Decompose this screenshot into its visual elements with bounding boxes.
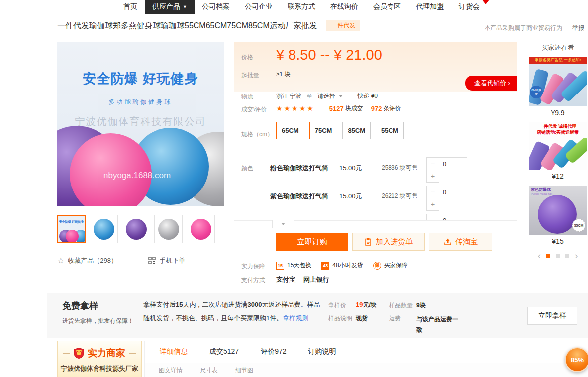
view-agent-price-button[interactable]: 查看代销价 › xyxy=(465,76,517,91)
sku-row-partial: − xyxy=(234,211,517,221)
deal-label: 成交\评价 xyxy=(241,105,267,114)
nav-item-member[interactable]: 会员专区 xyxy=(366,0,408,14)
nav-item-contact[interactable]: 联系方式 xyxy=(280,0,323,14)
ball-image xyxy=(191,219,211,240)
dropship-badge: 一件代发 xyxy=(326,20,360,31)
desc-text: 元返还样品费。样品 xyxy=(262,301,320,308)
pagination-dot-2[interactable] xyxy=(556,254,560,258)
pagination-dot-1[interactable] xyxy=(546,254,550,258)
tab-order-notes[interactable]: 订购说明 xyxy=(308,347,336,356)
nav-item-products[interactable]: 供应产品 ▼ xyxy=(145,0,195,14)
nav-item-label: 供应产品 xyxy=(152,2,180,11)
deal-count[interactable]: 5127 xyxy=(329,105,344,112)
next-arrow-button[interactable]: › xyxy=(575,252,578,259)
guarantee-48-icon: 48 xyxy=(321,262,329,270)
moq-label: 起批量 xyxy=(241,71,259,80)
thumbnail-purple[interactable] xyxy=(122,215,150,243)
thumbnail-silver[interactable] xyxy=(154,215,183,243)
desc-text: 天内，二次店铺进货满 xyxy=(183,301,247,308)
guarantee-48-hours[interactable]: 48 48小时发货 xyxy=(321,261,363,270)
order-now-button[interactable]: 立即订购 xyxy=(276,233,348,251)
spec-chip-65cm[interactable]: 65CM xyxy=(276,122,304,139)
thumbnail-main[interactable]: 安全防爆 好玩健身 xyxy=(57,215,86,243)
purple-ball xyxy=(538,195,577,234)
related-product-1-price: ¥9.9 xyxy=(527,109,588,117)
send-to-taobao-label: 传淘宝 xyxy=(455,237,478,247)
subtab-graphic-detail[interactable]: 图文详情 xyxy=(159,366,183,375)
minus-button[interactable]: − xyxy=(426,214,439,221)
nav-item-company[interactable]: 公司企业 xyxy=(237,0,280,14)
caption-cn: 紫色防爆球 xyxy=(531,188,551,192)
related-product-1-image[interactable]: 承接各类广告垫 一条起印! 8MM厚度 xyxy=(529,57,587,106)
quantity-stepper: − + xyxy=(426,186,468,211)
size-badge: 55CM xyxy=(572,219,585,232)
sku-list: 颜色 粉色瑜伽球送打气筒 15.00元 25836 块可售 − + 紫色瑜伽球送… xyxy=(234,152,517,221)
seller-badge: 实力商家 xyxy=(58,347,141,360)
price-label: 价格 xyxy=(241,53,253,62)
divider xyxy=(234,118,517,118)
product-banner: 一件代发 诚招代理 店铺活动:买就送绑带 xyxy=(529,123,587,135)
tab-deals[interactable]: 成交5127 xyxy=(209,347,239,356)
mobile-order-button[interactable]: 手机下单 xyxy=(148,256,185,265)
hot-badge-icon xyxy=(482,0,489,4)
quantity-input[interactable] xyxy=(439,157,467,170)
destination-select[interactable]: 请选择 xyxy=(317,92,343,100)
thumbnail-pink[interactable] xyxy=(187,215,215,243)
pagination-dot-3[interactable] xyxy=(565,254,569,258)
rating-stars: ★★★★★ xyxy=(276,104,315,112)
nav-item-company-file[interactable]: 公司档案 xyxy=(195,0,237,14)
minus-button[interactable]: − xyxy=(426,186,439,198)
expand-chevron-icon xyxy=(281,223,285,227)
subtab-detail-photos[interactable]: 细节图 xyxy=(235,366,253,375)
progress-badge[interactable]: 85% xyxy=(565,347,588,372)
nav-item-label: 订货会 xyxy=(459,2,480,11)
seller-card[interactable]: 实力商家 宁波优伽体育科技源头厂家 xyxy=(57,341,142,377)
seller-badge-label: 实力商家 xyxy=(88,347,125,360)
minus-button[interactable]: − xyxy=(426,157,439,170)
nav-item-order-fair[interactable]: 订货会 xyxy=(451,0,487,14)
nav-item-home[interactable]: 首页 xyxy=(116,0,145,14)
sidebar-title: 买家还在看 xyxy=(527,43,588,52)
divider xyxy=(129,353,136,354)
report-link[interactable]: 举报 xyxy=(572,24,584,32)
product-banner: 承接各类广告垫 一条起印! xyxy=(529,57,587,64)
related-product-2-image[interactable]: 一件代发 诚招代理 店铺活动:买就送绑带 xyxy=(529,122,587,170)
sku-row-pink: 粉色瑜伽球送打气筒 15.00元 25836 块可售 − + xyxy=(234,154,517,183)
guarantee-text: 买家保障 xyxy=(384,261,408,270)
chevron-down-icon xyxy=(339,95,343,99)
moq-value: ≥1 块 xyxy=(276,70,291,79)
plus-button[interactable]: + xyxy=(426,170,439,183)
related-product-3-image[interactable]: 紫色防爆球 Purple yoga ball 55CM xyxy=(529,186,587,235)
guarantee-buyer-protection[interactable]: 保 买家保障 xyxy=(373,261,408,270)
image-subline: 多功能瑜伽健身球 xyxy=(57,98,224,106)
quantity-input[interactable] xyxy=(439,214,467,221)
spec-chip-55cm[interactable]: 55CM xyxy=(376,122,404,139)
related-sidebar: 买家还在看 承接各类广告垫 一条起印! 8MM厚度 ¥9.9 一件代发 诚招代理… xyxy=(527,42,588,259)
sku-price: 15.00元 xyxy=(339,164,362,173)
get-sample-button[interactable]: 立即拿样 xyxy=(527,307,577,325)
expand-skus-button[interactable] xyxy=(272,220,294,228)
plus-button[interactable]: + xyxy=(426,198,439,211)
desc-bold: 15 xyxy=(176,301,183,308)
spec-chip-85cm[interactable]: 85CM xyxy=(342,122,371,139)
add-to-purchase-list-button[interactable]: 加入进货单 xyxy=(352,233,425,251)
free-sample-section: 免费拿样 进货先拿样，批发有保障！ 拿样支付后15天内，二次店铺进货满3000元… xyxy=(47,293,588,338)
quantity-input[interactable] xyxy=(439,186,467,198)
guarantee-15-days[interactable]: 15 15天包换 xyxy=(276,261,311,270)
spec-chip-75cm[interactable]: 75CM xyxy=(309,122,338,139)
nav-item-agent[interactable]: 代理加盟 xyxy=(408,0,451,14)
thumbnail-blue[interactable] xyxy=(90,215,118,243)
main-product-image[interactable]: 安全防爆 好玩健身 多功能瑜伽健身球 宁波优伽体育科技有限公司 nbyoga.1… xyxy=(57,42,224,206)
prev-arrow-button[interactable]: ‹ xyxy=(538,252,541,259)
payment-alipay: 支付宝 xyxy=(276,275,295,284)
nav-item-inquiry[interactable]: 在线询价 xyxy=(323,0,366,14)
subtab-size-chart[interactable]: 尺寸表 xyxy=(200,366,218,375)
tab-reviews[interactable]: 评价972 xyxy=(261,347,286,356)
send-to-taobao-button[interactable]: 传淘宝 xyxy=(429,233,492,251)
favorite-button[interactable]: 收藏产品（298） xyxy=(68,256,117,265)
ball-image xyxy=(126,219,147,240)
review-count[interactable]: 972 xyxy=(371,105,382,112)
sample-rules-link[interactable]: 拿样规则 xyxy=(283,314,308,322)
tab-detail-info[interactable]: 详细信息 xyxy=(160,347,188,356)
guarantee-text: 48小时发货 xyxy=(332,261,363,270)
